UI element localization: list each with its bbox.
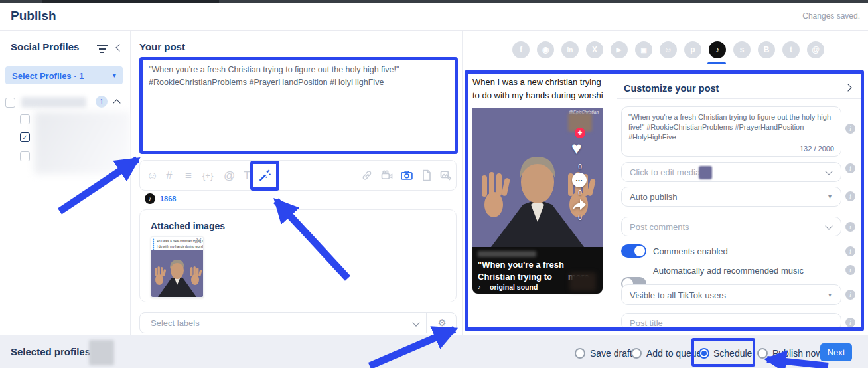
publish-now-radio[interactable]	[757, 348, 768, 359]
follow-plus-button[interactable]: +	[575, 128, 585, 138]
add-to-queue-label[interactable]: Add to queue	[646, 348, 701, 359]
group-collapse-icon[interactable]	[113, 99, 120, 106]
meme-text-line-2: to do with my hands during worship	[472, 90, 603, 100]
save-draft-label[interactable]: Save draft	[590, 348, 632, 359]
publish-now-label[interactable]: Publish now	[772, 348, 823, 359]
visibility-dropdown[interactable]: Visible to all TikTok users ▾	[621, 284, 841, 305]
filter-icon[interactable]	[97, 45, 108, 53]
schedule-radio[interactable]	[699, 348, 709, 359]
profile-checkbox-3[interactable]	[20, 151, 30, 161]
variable-icon[interactable]: {+}	[202, 171, 213, 180]
network-icon-instagram[interactable]: ◉	[537, 41, 554, 58]
network-icon-reddit[interactable]: ☺	[660, 41, 677, 58]
redacted-group-name	[21, 97, 86, 108]
file-icon[interactable]	[420, 169, 433, 185]
plus-icon: +	[577, 129, 582, 137]
drag-handle-icon[interactable]: ••••••	[153, 238, 155, 252]
network-icon-linkedin[interactable]: in	[561, 41, 579, 58]
auto-publish-dropdown[interactable]: Auto publish ▾	[621, 187, 841, 207]
network-icon-tiktok[interactable]: ♪	[709, 41, 726, 58]
labels-divider	[426, 313, 427, 333]
customize-caption-text: "When you're a fresh Christian trying to…	[622, 107, 841, 142]
active-tab-underline	[707, 62, 726, 64]
network-icon-youtube[interactable]: ▶	[611, 41, 628, 58]
thumb-meme-image	[151, 250, 203, 297]
attached-images-card: Attached images •••••• en I was a new ch…	[139, 209, 457, 302]
network-icon-pinterest[interactable]: p	[684, 41, 701, 58]
profile-group-checkbox[interactable]	[5, 98, 15, 108]
profile-checkbox-2[interactable]: ✓	[20, 132, 30, 142]
network-tabs-row: f ◉ in X ▶ ▣ ☺ p ♪ s B t @	[463, 31, 868, 70]
share-count: 0	[573, 214, 587, 221]
link-icon[interactable]	[360, 169, 374, 185]
edit-media-field[interactable]: Click to edit media	[621, 162, 841, 182]
auto-publish-value: Auto publish	[630, 192, 678, 202]
post-comments-placeholder: Post comments	[630, 222, 689, 232]
select-profiles-caret-icon: ▾	[112, 71, 116, 80]
tiktok-preview: When I was a new christian trying to fig…	[472, 73, 603, 294]
page-title: Publish	[11, 9, 56, 23]
post-comments-info-icon[interactable]: i	[845, 222, 855, 232]
select-profiles-dropdown[interactable]: Select Profiles · 1 ▾	[5, 66, 123, 84]
customize-caption-field[interactable]: "When you're a fresh Christian trying to…	[621, 106, 841, 157]
network-icon-snapchat[interactable]: s	[733, 41, 751, 58]
char-counter: 132 / 2000	[800, 145, 834, 153]
media-thumbnail[interactable]	[699, 166, 712, 179]
network-icon-facebook[interactable]: f	[512, 41, 530, 58]
image-edit-icon[interactable]	[439, 169, 453, 185]
auto-music-label: Automatically add recommended music	[653, 266, 804, 276]
select-labels-caret-icon	[412, 319, 419, 326]
like-heart-icon[interactable]: ♥	[571, 138, 581, 159]
add-to-queue-radio[interactable]	[631, 348, 642, 359]
schedule-label[interactable]: Schedule	[713, 348, 752, 359]
post-text-input[interactable]: "When you're a fresh Christian trying to…	[149, 64, 443, 143]
post-title-field[interactable]: Post title	[621, 313, 841, 330]
auto-publish-info-icon[interactable]: i	[845, 191, 855, 201]
selected-profile-avatar[interactable]	[89, 340, 114, 365]
post-comments-dropdown[interactable]: Post comments	[621, 217, 841, 236]
tiktok-note-icon: ♪	[149, 195, 152, 202]
collapse-sidebar-icon[interactable]	[115, 44, 123, 51]
visibility-info-icon[interactable]: i	[845, 290, 855, 300]
group-count-badge: 1	[96, 96, 108, 108]
post-title-placeholder: Post title	[630, 318, 663, 328]
share-icon[interactable]	[571, 198, 588, 215]
comment-icon[interactable]: •••	[572, 173, 587, 187]
camera-icon[interactable]	[400, 169, 413, 185]
visibility-caret-icon: ▾	[828, 291, 832, 298]
emoji-icon[interactable]: ☺	[147, 170, 158, 181]
customize-collapse-icon[interactable]	[844, 84, 851, 91]
network-icon-tumblr[interactable]: t	[782, 41, 800, 58]
profile-checkbox-1[interactable]	[20, 114, 30, 124]
snippet-icon[interactable]: ≡	[185, 170, 192, 181]
comments-toggle-info-icon[interactable]: i	[845, 246, 855, 256]
comment-dots: •••	[576, 178, 583, 183]
text-format-icon[interactable]: T	[244, 170, 250, 181]
media-info-icon[interactable]: i	[845, 163, 855, 173]
hashtag-icon[interactable]: #	[166, 170, 172, 181]
visibility-value: Visible to all TikTok users	[630, 290, 726, 300]
edit-media-label: Click to edit media	[630, 167, 700, 177]
remove-image-icon[interactable]: ×	[196, 235, 202, 247]
post-title-info-icon[interactable]: i	[845, 318, 855, 327]
network-icon-bluesky[interactable]: B	[758, 41, 775, 58]
mention-icon[interactable]: @	[224, 170, 235, 181]
next-button-label: Next	[828, 347, 845, 357]
tiktok-char-count: 1868	[160, 195, 176, 203]
save-draft-radio[interactable]	[575, 348, 585, 359]
ai-wand-icon[interactable]	[257, 168, 272, 185]
next-button[interactable]: Next	[820, 343, 852, 361]
caption-info-icon[interactable]: i	[845, 124, 855, 134]
comments-enabled-toggle[interactable]	[621, 244, 646, 258]
labels-settings-gear-icon[interactable]: ⚙	[438, 317, 447, 329]
video-icon[interactable]	[380, 169, 394, 185]
preview-video-frame: @EpicChristian + ♥ 0 ••• 0	[472, 108, 603, 247]
select-labels-placeholder: Select labels	[151, 318, 200, 328]
music-toggle-info-icon[interactable]: i	[845, 265, 855, 275]
select-labels-field[interactable]: Select labels ⚙	[139, 312, 457, 333]
page-header: Publish Changes saved.	[0, 3, 868, 31]
network-icon-x[interactable]: X	[586, 41, 603, 58]
network-icon-google-business[interactable]: ▣	[635, 41, 652, 58]
attached-images-title: Attached images	[151, 221, 225, 231]
network-icon-threads[interactable]: @	[807, 41, 824, 58]
